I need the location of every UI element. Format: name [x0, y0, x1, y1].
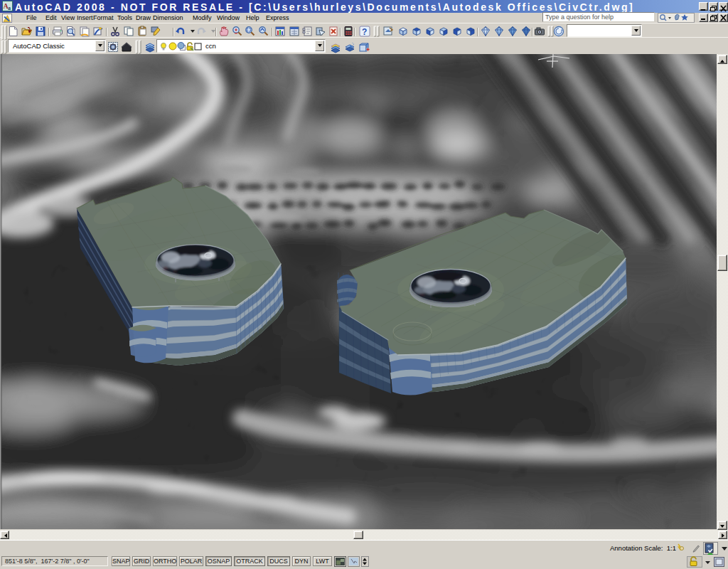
svg-text:?: ?: [362, 27, 367, 37]
svg-text:a: a: [8, 5, 11, 11]
